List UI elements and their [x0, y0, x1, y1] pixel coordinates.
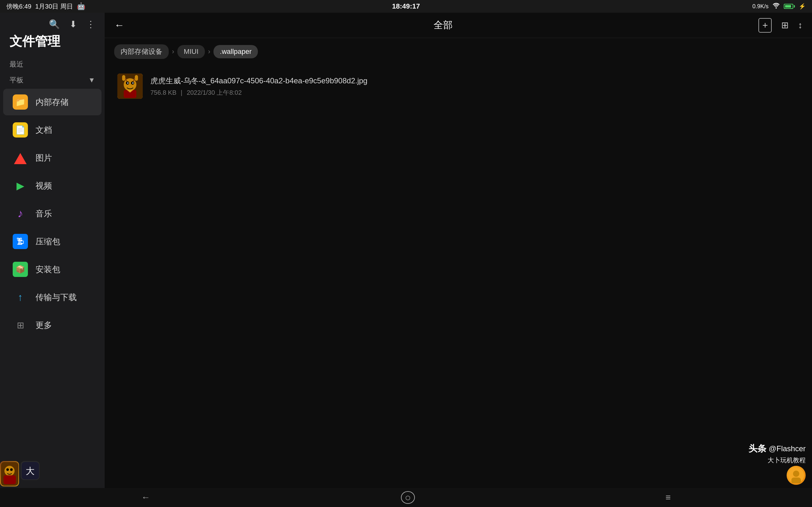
wifi-icon — [772, 3, 780, 10]
content-header: ← 全部 + ⊞ ↕ — [105, 13, 812, 38]
apk-icon: 📦 — [13, 262, 28, 277]
file-name: 虎虎生威-乌冬-&_64aa097c-4506-40a2-b4ea-e9c5e9… — [150, 76, 799, 86]
breadcrumb-miui[interactable]: MIUI — [177, 45, 205, 58]
grid-view-icon[interactable]: ⊞ — [781, 20, 789, 31]
sidebar-item-internal[interactable]: 📁 内部存储 — [3, 89, 101, 115]
svg-point-16 — [6, 468, 9, 471]
file-size: 756.8 KB — [150, 89, 176, 96]
svg-point-0 — [775, 7, 777, 9]
sidebar-item-docs-label: 文档 — [36, 124, 52, 135]
transfer-icon: ↑ — [13, 290, 28, 305]
sidebar-title: 文件管理 — [0, 33, 105, 56]
file-meta: 756.8 KB | 2022/1/30 上午8:02 — [150, 89, 799, 97]
charging-icon: ⚡ — [799, 3, 806, 10]
battery-icon — [784, 4, 795, 9]
file-meta-separator: | — [181, 89, 183, 96]
svg-marker-1 — [14, 153, 27, 164]
nav-home-button[interactable]: ○ — [401, 491, 415, 504]
search-icon[interactable]: 🔍 — [49, 19, 60, 30]
internal-storage-icon: 📁 — [13, 95, 28, 110]
breadcrumb-sep-2: › — [208, 48, 210, 56]
svg-rect-8 — [122, 75, 125, 81]
watermark-subtitle: 大卜玩机教程 — [768, 456, 806, 464]
content-area: ← 全部 + ⊞ ↕ 内部存储设备 › MIUI › .wallpaper — [105, 13, 812, 488]
device-section[interactable]: 平板 ▼ — [0, 72, 105, 88]
status-bar-left: 傍晚6:49 1月30日 周日 🤖 — [6, 2, 85, 11]
watermark: 头条 @Flashcer 大卜玩机教程 — [749, 443, 806, 485]
sidebar-item-transfer-label: 传输与下载 — [36, 292, 77, 303]
sidebar-item-videos-label: 视频 — [36, 180, 52, 191]
images-icon — [13, 150, 28, 165]
sidebar-item-music-label: 音乐 — [36, 208, 52, 219]
file-thumbnail — [117, 73, 143, 99]
device-section-arrow: ▼ — [88, 76, 95, 84]
back-button[interactable]: ← — [114, 19, 124, 31]
sidebar-item-docs[interactable]: 📄 文档 — [3, 117, 101, 143]
sidebar-item-apk[interactable]: 📦 安装包 — [3, 256, 101, 283]
sort-icon[interactable]: ↕ — [798, 20, 803, 31]
archives-icon: 🗜 — [13, 234, 28, 249]
svg-rect-18 — [3, 475, 16, 484]
watermark-handle: @Flashcer — [769, 444, 806, 453]
recent-section-label: 最近 — [0, 56, 105, 72]
svg-point-17 — [10, 468, 13, 471]
network-speed: 0.9K/s — [752, 3, 768, 10]
sidebar: 🔍 ⬇ ⋮ 文件管理 最近 平板 ▼ 📁 内部存储 📄 文档 — [0, 13, 105, 488]
file-info: 虎虎生威-乌冬-&_64aa097c-4506-40a2-b4ea-e9c5e9… — [150, 76, 799, 97]
add-folder-icon[interactable]: + — [758, 18, 772, 33]
sidebar-item-videos[interactable]: ▶ 视频 — [3, 172, 101, 199]
file-item[interactable]: 虎虎生威-乌冬-&_64aa097c-4506-40a2-b4ea-e9c5e9… — [111, 68, 806, 104]
svg-point-6 — [127, 82, 129, 83]
watermark-platform: 头条 — [749, 443, 766, 455]
status-time: 傍晚6:49 — [6, 2, 32, 11]
status-date: 1月30日 周日 — [35, 2, 73, 11]
mascot-char-1 — [0, 461, 19, 487]
svg-rect-13 — [792, 477, 801, 483]
app-icon: 🤖 — [77, 2, 85, 10]
status-bar-right: 0.9K/s ⚡ — [752, 3, 806, 10]
sidebar-item-images-label: 图片 — [36, 153, 52, 164]
breadcrumb-wallpaper[interactable]: .wallpaper — [213, 45, 258, 58]
videos-icon: ▶ — [13, 178, 28, 193]
sidebar-item-music[interactable]: ♪ 音乐 — [3, 200, 101, 227]
docs-icon: 📄 — [13, 122, 28, 137]
more-options-icon[interactable]: ⋮ — [86, 19, 95, 30]
sidebar-header: 🔍 ⬇ ⋮ — [0, 13, 105, 33]
download-icon[interactable]: ⬇ — [69, 19, 77, 30]
header-title: 全部 — [134, 19, 752, 32]
svg-text:大: 大 — [26, 466, 35, 476]
thumbnail-image — [117, 73, 143, 99]
sidebar-item-more[interactable]: ⊞ 更多 — [3, 312, 101, 338]
breadcrumb-sep-1: › — [172, 48, 174, 56]
sidebar-item-archives-label: 压缩包 — [36, 236, 60, 247]
bottom-nav: ← ○ ≡ — [0, 488, 812, 507]
status-bar: 傍晚6:49 1月30日 周日 🤖 18:49:17 0.9K/s ⚡ — [0, 0, 812, 13]
nav-back-button[interactable]: ← — [135, 490, 156, 505]
file-date: 2022/1/30 上午8:02 — [187, 89, 242, 96]
nav-menu-button[interactable]: ≡ — [659, 490, 677, 505]
watermark-logo: 头条 @Flashcer — [749, 443, 806, 455]
sidebar-item-apk-label: 安装包 — [36, 264, 60, 275]
breadcrumb: 内部存储设备 › MIUI › .wallpaper — [105, 38, 812, 65]
sidebar-item-more-label: 更多 — [36, 320, 52, 331]
svg-rect-9 — [135, 75, 138, 81]
more-icon: ⊞ — [13, 318, 28, 333]
sidebar-item-transfer[interactable]: ↑ 传输与下载 — [3, 284, 101, 311]
watermark-avatar — [786, 466, 806, 485]
main-layout: 🔍 ⬇ ⋮ 文件管理 最近 平板 ▼ 📁 内部存储 📄 文档 — [0, 13, 812, 488]
mascot-characters: 大 — [0, 461, 40, 488]
sidebar-item-images[interactable]: 图片 — [3, 145, 101, 171]
file-list: 虎虎生威-乌冬-&_64aa097c-4506-40a2-b4ea-e9c5e9… — [105, 65, 812, 488]
sidebar-item-archives[interactable]: 🗜 压缩包 — [3, 228, 101, 255]
music-icon: ♪ — [13, 206, 28, 221]
mascot-char-2: 大 — [20, 461, 40, 480]
header-actions: + ⊞ ↕ — [758, 18, 803, 33]
breadcrumb-internal[interactable]: 内部存储设备 — [114, 44, 169, 59]
status-center-time: 18:49:17 — [392, 2, 420, 10]
sidebar-item-internal-label: 内部存储 — [36, 97, 68, 108]
svg-point-12 — [793, 470, 799, 477]
svg-point-7 — [132, 82, 134, 83]
mascot: 大 — [0, 450, 63, 488]
